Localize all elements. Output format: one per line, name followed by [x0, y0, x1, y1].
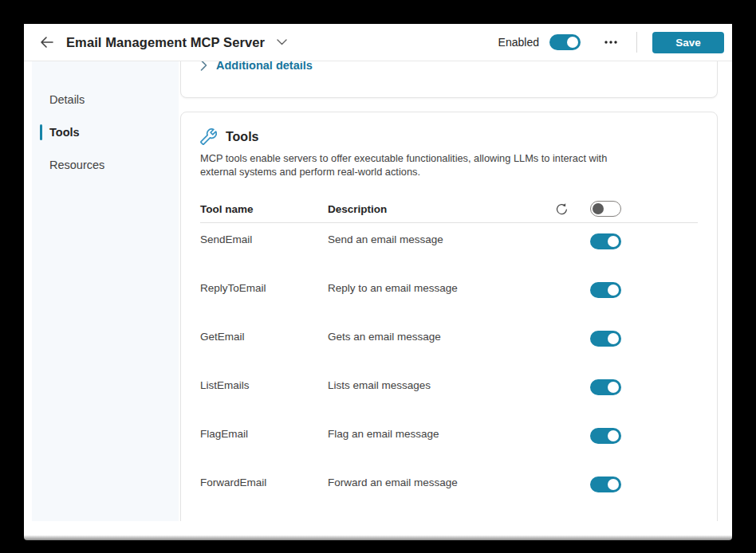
sidebar-item-label: Details: [49, 93, 85, 106]
more-options-button[interactable]: [601, 33, 620, 52]
toggle-knob: [608, 430, 619, 441]
tool-description-cell: Gets an email message: [328, 331, 553, 369]
tool-enabled-toggle[interactable]: [590, 379, 621, 395]
sidebar-item-tools[interactable]: Tools: [32, 116, 179, 148]
sidebar-item-label: Resources: [49, 159, 104, 171]
tool-name-cell: SendEmail: [200, 233, 328, 272]
all-tools-toggle[interactable]: [590, 201, 621, 217]
page-title: Email Management MCP Server: [66, 35, 265, 50]
tool-description-cell: Flag an email message: [328, 428, 553, 466]
app-window: Email Management MCP Server Enabled Save…: [24, 24, 732, 535]
main-area: Details Tools Resources Additional detai…: [24, 61, 732, 535]
back-button[interactable]: [37, 32, 57, 53]
table-row: ForwardEmail Forward an email message: [200, 466, 698, 515]
tool-enabled-toggle[interactable]: [590, 428, 621, 444]
tools-card: Tools MCP tools enable servers to offer …: [180, 112, 718, 521]
title-dropdown-button[interactable]: [277, 39, 287, 45]
tool-description-cell: Reply to an email message: [328, 282, 553, 320]
refresh-button[interactable]: [553, 200, 570, 218]
sidebar-item-details[interactable]: Details: [32, 83, 179, 116]
table-row: GetEmail Gets an email message: [200, 320, 698, 369]
chevron-right-icon: [200, 61, 207, 71]
tool-name-cell: ListEmails: [200, 379, 328, 418]
tools-table-header: Tool name Description: [200, 195, 698, 223]
additional-details-expander[interactable]: Additional details: [200, 61, 313, 72]
tools-table: Tool name Description: [200, 195, 698, 515]
sidebar-item-label: Tools: [49, 126, 80, 139]
tool-enabled-toggle[interactable]: [590, 282, 621, 298]
toolbar-divider: [636, 32, 637, 53]
more-horizontal-icon: [604, 40, 618, 45]
column-header-description: Description: [328, 203, 553, 215]
tools-card-title: Tools: [226, 130, 258, 144]
tool-enabled-toggle[interactable]: [590, 233, 621, 249]
toggle-knob: [608, 236, 619, 247]
tool-name-cell: ReplyToEmail: [200, 282, 328, 320]
toggle-knob: [608, 333, 619, 344]
table-row: ReplyToEmail Reply to an email message: [200, 272, 698, 320]
toggle-knob: [608, 284, 619, 296]
enabled-label: Enabled: [498, 36, 539, 49]
toggle-knob: [593, 203, 604, 214]
tool-enabled-toggle[interactable]: [590, 477, 621, 492]
details-card: Additional details: [180, 61, 718, 98]
additional-details-label: Additional details: [216, 61, 313, 72]
tool-name-cell: GetEmail: [200, 331, 328, 369]
tools-table-body: SendEmail Send an email message ReplyToE…: [200, 223, 698, 515]
tool-description-cell: Lists email messages: [328, 379, 553, 418]
column-header-actions: [553, 200, 698, 218]
toggle-knob: [608, 479, 619, 490]
toggle-knob: [608, 382, 619, 393]
table-row: SendEmail Send an email message: [200, 223, 698, 272]
tool-name-cell: FlagEmail: [200, 428, 328, 466]
server-enabled-toggle[interactable]: [549, 34, 581, 50]
back-arrow-icon: [40, 36, 54, 49]
sidebar-item-resources[interactable]: Resources: [32, 148, 179, 181]
tools-card-description: MCP tools enable servers to offer execut…: [200, 151, 640, 178]
tool-name-cell: ForwardEmail: [200, 477, 328, 515]
sidebar: Details Tools Resources: [32, 61, 179, 521]
content-area: Additional details Tools MCP tools enabl…: [179, 61, 732, 521]
top-bar-actions: Enabled Save: [498, 32, 724, 53]
tool-description-cell: Forward an email message: [328, 477, 553, 515]
tool-description-cell: Send an email message: [328, 233, 553, 272]
toggle-knob: [567, 37, 578, 48]
wrench-icon: [200, 128, 217, 145]
table-row: ListEmails Lists email messages: [200, 369, 698, 418]
tool-enabled-toggle[interactable]: [590, 331, 621, 347]
save-button[interactable]: Save: [652, 32, 724, 53]
table-row: FlagEmail Flag an email message: [200, 418, 698, 466]
refresh-icon: [555, 202, 569, 216]
tools-card-header: Tools: [200, 128, 698, 145]
window-bottom-bevel: [24, 535, 732, 540]
top-bar: Email Management MCP Server Enabled Save: [24, 24, 732, 61]
column-header-tool-name: Tool name: [200, 203, 328, 215]
chevron-down-icon: [277, 39, 287, 45]
